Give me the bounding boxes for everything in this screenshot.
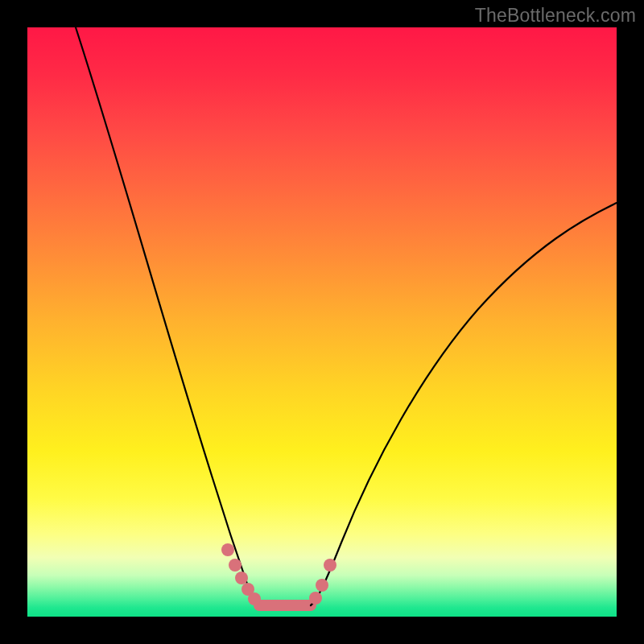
highlight-dot bbox=[229, 559, 242, 572]
curves-svg bbox=[27, 27, 617, 617]
chart-frame: TheBottleneck.com bbox=[0, 0, 644, 644]
left-curve bbox=[76, 27, 259, 605]
highlight-dot bbox=[235, 572, 248, 584]
plot-area bbox=[27, 27, 617, 617]
highlight-dot bbox=[221, 543, 234, 556]
right-curve bbox=[311, 203, 617, 605]
highlight-dot bbox=[309, 592, 322, 605]
watermark-text: TheBottleneck.com bbox=[475, 5, 636, 27]
highlight-dot bbox=[316, 579, 328, 592]
highlight-dot bbox=[324, 559, 336, 572]
highlight-dot bbox=[248, 592, 261, 605]
